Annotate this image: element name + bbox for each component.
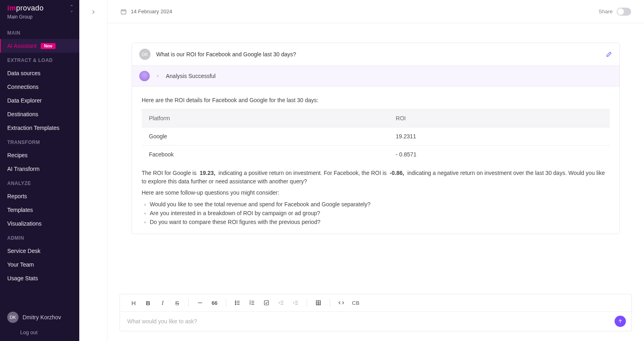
group-switcher-chevron-icon[interactable]: ⌃⌃ [70,5,74,12]
table-header-platform: Platform [142,109,388,127]
bullet-list-button[interactable] [231,297,244,309]
section-header-extract: EXTRACT & LOAD [0,53,79,66]
sidebar-item-destinations[interactable]: Destinations [0,107,79,121]
sidebar-item-label: AI Assistant [7,43,37,49]
date-text: 14 February 2024 [131,8,172,14]
assistant-response: Here are the ROI details for Facebook an… [132,86,619,234]
share-toggle[interactable] [617,8,631,16]
sidebar-item-data-sources[interactable]: Data sources [0,66,79,80]
sidebar-item-label: Service Desk [7,248,40,254]
followup-item: Do you want to compare these ROI figures… [142,218,610,226]
composer-input[interactable] [127,318,615,325]
sidebar-item-ai-assistant[interactable]: AI Assistant New [0,39,79,53]
sidebar: improvado ⌃⌃ Main Group MAIN AI Assistan… [0,0,79,341]
sidebar-item-visualizations[interactable]: Visualizations [0,217,79,230]
toolbar-separator [330,299,330,307]
logo-rest: provado [16,4,44,12]
sidebar-item-label: Data Explorer [7,97,42,104]
cell-platform: Google [142,127,388,145]
cell-roi: 19.2311 [388,127,610,145]
share-label: Share [599,8,613,14]
sidebar-item-label: Templates [7,207,33,213]
sidebar-item-service-desk[interactable]: Service Desk [0,244,79,258]
sidebar-item-extraction-templates[interactable]: Extraction Templates [0,121,79,135]
content-column: 14 February 2024 Share DK What is our RO… [107,0,644,341]
code-button[interactable] [335,297,348,309]
cell-roi: - 0.8571 [388,145,610,163]
user-name: Dmitry Korzhov [23,314,61,320]
svg-rect-7 [264,301,269,305]
conversation-date: 14 February 2024 [120,8,172,15]
checklist-button[interactable] [260,297,273,309]
table-button[interactable] [312,297,325,309]
sidebar-item-your-team[interactable]: Your Team [0,258,79,271]
sidebar-item-label: Extraction Templates [7,125,60,131]
sidebar-item-label: Connections [7,84,39,90]
followup-item: Are you interested in a breakdown of ROI… [142,209,610,218]
sidebar-item-label: Data sources [7,70,40,76]
sidebar-item-templates[interactable]: Templates [0,203,79,217]
sidebar-item-usage-stats[interactable]: Usage Stats [0,271,79,285]
sidebar-item-label: Reports [7,193,27,199]
table-row: Facebook - 0.8571 [142,145,610,163]
history-rail [79,0,107,341]
svg-point-1 [235,301,236,302]
send-button[interactable] [615,316,626,327]
sidebar-item-ai-transform[interactable]: AI Transform [0,162,79,176]
response-summary: The ROI for Google is 19.23, indicating … [142,169,610,186]
bold-button[interactable]: B [142,297,155,309]
sidebar-item-reports[interactable]: Reports [0,189,79,203]
followup-item: Would you like to see the total revenue … [142,200,610,209]
calendar-icon [120,8,127,15]
avatar: DK [7,312,19,323]
italic-button[interactable]: I [156,297,169,309]
sidebar-item-recipes[interactable]: Recipes [0,148,79,162]
codeblock-button[interactable]: CB [349,297,362,309]
sidebar-item-label: Visualizations [7,220,41,227]
sidebar-item-label: AI Transform [7,166,39,172]
followup-list: Would you like to see the total revenue … [142,200,610,226]
user-question: What is our ROI for Facebook and Google … [156,51,600,58]
editor-toolbar: H B I S 66 123 CB [120,294,632,311]
assistant-avatar-icon [139,71,150,81]
outdent-button[interactable] [275,297,287,309]
section-header-main: MAIN [0,25,79,39]
toolbar-separator [188,299,189,307]
svg-rect-0 [121,10,126,14]
logo-prefix: im [7,4,16,12]
chat-area: DK What is our ROI for Facebook and Goog… [107,23,644,294]
table-header-roi: ROI [388,109,610,127]
svg-text:3: 3 [250,303,251,305]
blockquote-button[interactable]: 66 [208,297,221,309]
svg-point-2 [235,302,236,303]
brand-row: improvado ⌃⌃ [0,0,79,14]
analysis-status: Analysis Successful [166,73,216,79]
edit-question-icon[interactable] [606,51,612,58]
user-avatar: DK [139,49,151,60]
numbered-list-button[interactable]: 123 [246,297,258,309]
strikethrough-button[interactable]: S [171,297,184,309]
sidebar-item-connections[interactable]: Connections [0,80,79,94]
followup-intro: Here are some follow-up questions you mi… [142,189,610,197]
group-switcher[interactable]: Main Group [0,14,79,25]
user-message-row: DK What is our ROI for Facebook and Goog… [132,43,619,66]
share-control: Share [599,8,631,16]
new-badge: New [41,43,56,49]
cell-platform: Facebook [142,145,388,163]
composer: H B I S 66 123 CB [107,294,644,341]
analysis-status-row[interactable]: Analysis Successful [132,66,619,86]
heading-button[interactable]: H [127,297,140,309]
svg-point-3 [235,304,236,305]
sidebar-item-data-explorer[interactable]: Data Explorer [0,94,79,107]
section-header-admin: ADMIN [0,230,79,244]
expand-history-icon[interactable] [90,9,97,341]
toolbar-separator [226,299,226,307]
logout-link[interactable]: Log out [0,328,79,341]
logo: improvado [7,4,44,12]
sidebar-user[interactable]: DK Dmitry Korzhov [0,307,79,328]
sidebar-item-label: Your Team [7,261,34,268]
horizontal-rule-button[interactable] [194,297,206,309]
topbar: 14 February 2024 Share [107,0,644,23]
indent-button[interactable] [289,297,302,309]
toolbar-separator [307,299,307,307]
